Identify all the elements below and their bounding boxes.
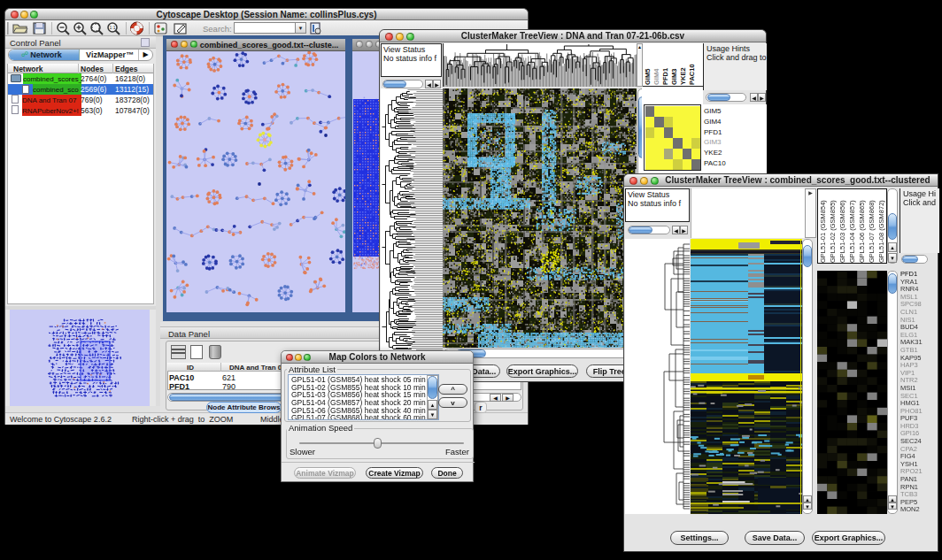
svg-text:1:1: 1:1 xyxy=(110,25,116,30)
